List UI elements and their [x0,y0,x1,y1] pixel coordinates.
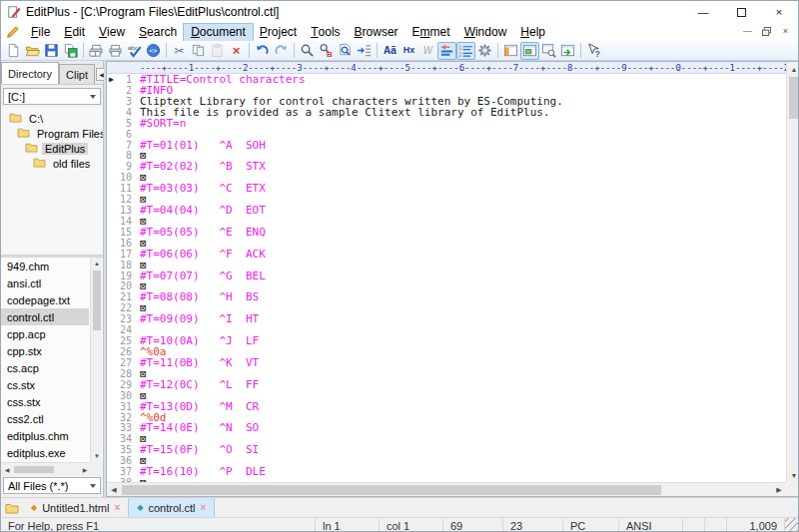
code-line[interactable]: 9#T=02(02) ^B STX [107,161,786,172]
tree-node[interactable]: Program Files [1,126,103,141]
scroll-left-icon[interactable]: ◀ [107,483,121,497]
mdi-minimize-button[interactable]: — [739,23,756,39]
menu-file[interactable]: File [24,24,57,41]
menu-view[interactable]: View [92,24,132,41]
code-line[interactable]: ▶1#TITLE=Control characters [107,74,786,85]
find-icon[interactable] [298,42,317,60]
minimize-button[interactable]: — [684,1,722,23]
file-list-item[interactable]: editplus.chm [1,427,89,444]
delete-icon[interactable]: × [227,42,246,60]
toggle-document-selector-icon[interactable] [520,42,539,60]
code-line[interactable]: 33#T=14(0E) ^N SO [107,423,786,434]
scroll-right-icon[interactable]: ▶ [79,463,91,475]
code-line[interactable]: 37#T=16(10) ^P DLE [107,466,786,477]
menu-browser[interactable]: Browser [348,24,405,41]
copy-icon[interactable] [189,42,208,60]
open-file-icon[interactable] [23,42,42,60]
mdi-restore-button[interactable] [758,23,775,39]
menu-project[interactable]: Project [253,24,304,41]
code-line[interactable]: 27#T=11(0B) ^K VT [107,357,786,368]
scroll-down-icon[interactable]: ▼ [91,450,103,462]
file-list-item[interactable]: cpp.stx [1,342,89,359]
browser-preview-icon[interactable]: <> [144,42,163,60]
tree-node[interactable]: old files [1,156,103,171]
file-list-vscrollbar[interactable]: ▲ ▼ [90,258,102,462]
code-line[interactable]: 7#T=01(01) ^A SOH [107,140,786,151]
menu-help[interactable]: Help [513,24,552,41]
cut-icon[interactable]: ✂ [170,42,189,60]
file-list-item[interactable]: cpp.acp [1,325,89,342]
close-tab-icon[interactable]: × [201,502,207,513]
doc-tab-control-ctl[interactable]: ◆control.ctl× [128,498,215,517]
file-filter-selector[interactable]: All Files (*.*) [3,477,101,494]
file-list-hscrollbar[interactable]: ◀ ▶ [1,462,91,475]
code-line[interactable]: 19#T=07(07) ^G BEL [107,270,786,281]
preferences-icon[interactable] [475,42,494,60]
sidebar-tab-clipt[interactable]: Clipt [59,64,95,84]
folder-icon[interactable] [1,498,23,517]
file-list-item[interactable]: cs.stx [1,376,89,393]
scroll-up-icon[interactable]: ▲ [787,62,799,76]
undo-icon[interactable] [253,42,272,60]
menu-edit[interactable]: Edit [57,24,92,41]
save-all-icon[interactable] [61,42,80,60]
code-line[interactable]: 11#T=03(03) ^C ETX [107,183,786,194]
convert-case-icon[interactable]: Aã [381,42,400,60]
file-list-item[interactable]: editplus.exe [1,444,89,461]
code-line[interactable]: 15#T=05(05) ^E ENQ [107,227,786,238]
code-line[interactable]: 13#T=04(04) ^D EOT [107,205,786,216]
code-line[interactable]: 35#T=15(0F) ^O SI [107,444,786,455]
word-wrap-icon[interactable]: W [418,42,437,60]
code-line[interactable]: 29#T=12(0C) ^L FF [107,379,786,390]
resize-grip[interactable] [785,518,798,532]
hex-viewer-icon[interactable]: Hx [400,42,418,60]
code-line[interactable]: 5#SORT=n [107,118,786,129]
show-line-numbers-icon[interactable]: 12 [456,42,475,60]
mdi-close-button[interactable]: × [777,23,794,39]
print-preview-icon[interactable] [87,42,106,60]
print-icon[interactable] [106,42,125,60]
file-list-item[interactable]: ansi.ctl [1,274,89,291]
menu-emmet[interactable]: Emmet [405,24,457,41]
tree-node[interactable]: EditPlus [1,141,103,156]
editor-hscrollbar[interactable]: ◀ ▶ [107,482,786,496]
drive-selector[interactable]: [C:] [3,88,101,105]
new-file-icon[interactable] [4,42,23,60]
menu-search[interactable]: Search [132,24,184,41]
sidebar-tab-directory[interactable]: Directory [1,62,59,84]
code-line[interactable]: 4This file is provided as a sample Clite… [107,107,786,118]
code-line[interactable]: 25#T=10(0A) ^J LF [107,335,786,346]
scroll-left-icon[interactable]: ◀ [1,463,13,475]
spell-check-icon[interactable]: abc [125,42,144,60]
doc-tab-untitled1-html[interactable]: ◆Untitled1.html× [23,498,128,517]
tree-node[interactable]: C:\ [1,111,103,126]
find-in-files-icon[interactable] [336,42,355,60]
file-list-item[interactable]: cs.acp [1,359,89,376]
scroll-up-icon[interactable]: ▲ [91,258,103,269]
menu-window[interactable]: Window [457,24,514,41]
editor-pane[interactable]: ----+----1----+----2----+----3----+----4… [106,61,799,497]
menu-tools[interactable]: Tools [304,24,347,41]
code-line[interactable]: 21#T=08(08) ^H BS [107,291,786,302]
show-ruler-icon[interactable] [437,42,456,60]
file-list-item[interactable]: 949.chm [1,258,89,274]
new-browser-window-icon[interactable] [539,42,558,60]
context-help-icon[interactable]: ? [584,42,603,60]
code-line[interactable]: 31#T=13(0D) ^M CR [107,401,786,412]
code-line[interactable]: 23#T=09(09) ^I HT [107,313,786,324]
maximize-button[interactable] [722,1,760,23]
scroll-down-icon[interactable]: ▼ [787,468,799,482]
close-tab-icon[interactable]: × [114,502,120,513]
code-area[interactable]: ▶1#TITLE=Control characters2#INFO3Clipte… [107,74,786,482]
toggle-directory-window-icon[interactable] [501,42,520,60]
save-icon[interactable] [42,42,61,60]
output-window-icon[interactable] [558,42,577,60]
file-list-item[interactable]: control.ctl [1,308,89,325]
redo-icon[interactable] [272,42,291,60]
file-list-item[interactable]: css2.ctl [1,410,89,427]
file-list-item[interactable]: codepage.txt [1,291,89,308]
replace-icon[interactable]: B [317,42,336,60]
paste-icon[interactable] [208,42,227,60]
code-line[interactable]: 17#T=06(06) ^F ACK [107,249,786,260]
scroll-right-icon[interactable]: ▶ [772,483,786,497]
